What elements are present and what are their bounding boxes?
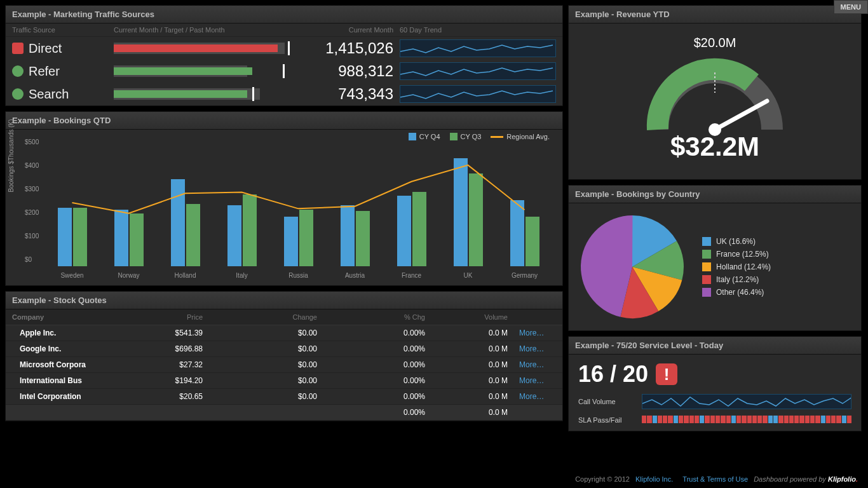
sla-tick bbox=[747, 416, 752, 423]
more-link[interactable]: More… bbox=[519, 360, 544, 369]
sla-tick bbox=[689, 416, 694, 423]
stock-row: Apple Inc. $541.39 $0.00 0.00% 0.0 M Mor… bbox=[6, 325, 562, 341]
trend-spark bbox=[400, 85, 556, 103]
stock-pct: 0.00% bbox=[317, 376, 425, 385]
stock-row: International Bus $194.20 $0.00 0.00% 0.… bbox=[6, 373, 562, 389]
traffic-source: Refer bbox=[12, 64, 114, 79]
sla-ratio: 16 / 20 bbox=[578, 361, 648, 388]
pie-legend-item: Holland (12.4%) bbox=[702, 262, 855, 271]
bar-group: UK bbox=[449, 149, 487, 266]
bar-cyq3 bbox=[243, 194, 257, 266]
col-header: Price bbox=[126, 313, 203, 321]
x-tick: Italy bbox=[236, 272, 247, 279]
sla-tick bbox=[752, 416, 757, 423]
sla-tick bbox=[831, 416, 836, 423]
sla-tick bbox=[647, 416, 651, 423]
more-link[interactable]: More… bbox=[519, 376, 544, 385]
sla-tick bbox=[784, 416, 789, 423]
legend-swatch bbox=[409, 133, 416, 140]
sla-tick bbox=[642, 416, 646, 423]
bullet-chart bbox=[114, 65, 292, 77]
x-tick: Norway bbox=[118, 272, 140, 279]
bar-cyq3 bbox=[412, 192, 426, 266]
x-tick: Sweden bbox=[60, 272, 83, 279]
stock-pct: 0.00% bbox=[317, 392, 425, 401]
sla-tick bbox=[705, 416, 709, 423]
pie-legend-item: UK (16.6%) bbox=[702, 237, 855, 246]
pie-legend-item: Other (46.4%) bbox=[702, 288, 855, 297]
stock-volume: 0.0 M bbox=[425, 376, 508, 385]
bar-group: Italy bbox=[223, 149, 261, 266]
company-name: International Bus bbox=[12, 376, 126, 385]
stock-price: $696.88 bbox=[126, 344, 203, 353]
stock-change: $0.00 bbox=[203, 344, 317, 353]
col-header: % Chg bbox=[317, 313, 425, 321]
legend-label: CY Q3 bbox=[461, 133, 482, 140]
company-name: Google Inc. bbox=[12, 344, 126, 353]
legend-label: France (12.5%) bbox=[716, 250, 769, 259]
traffic-sources-widget: Example - Marketing Traffic Sources Traf… bbox=[5, 5, 563, 106]
stock-change: $0.00 bbox=[203, 376, 317, 385]
footer: Copyright © 2012 Klipfolio Inc. Trust & … bbox=[575, 475, 858, 483]
footer-link-company[interactable]: Klipfolio Inc. bbox=[635, 475, 673, 483]
copyright-text: Copyright © 2012 bbox=[575, 475, 630, 483]
menu-button[interactable]: MENU bbox=[834, 0, 868, 14]
footer-link-terms[interactable]: Trust & Terms of Use bbox=[682, 475, 748, 483]
bar-cyq3 bbox=[130, 214, 144, 266]
revenue-ytd-widget: Example - Revenue YTD $20.0M $32.2M bbox=[568, 5, 862, 180]
stock-price: $541.39 bbox=[126, 329, 203, 337]
sla-tick bbox=[710, 416, 715, 423]
legend-line bbox=[491, 136, 503, 138]
y-tick: $500 bbox=[25, 139, 39, 146]
bar-group: Austria bbox=[336, 149, 374, 266]
bookings-qtd-widget: Example - Bookings QTD CY Q4 CY Q3 Regio… bbox=[5, 111, 563, 286]
sla-tick bbox=[821, 416, 825, 423]
bar-cyq4 bbox=[58, 208, 72, 267]
bar-group: Germany bbox=[506, 149, 544, 266]
pie-legend: UK (16.6%)France (12.5%)Holland (12.4%)I… bbox=[689, 233, 855, 301]
col-header: Change bbox=[203, 313, 317, 321]
more-link[interactable]: More… bbox=[519, 344, 544, 353]
sla-tick bbox=[700, 416, 704, 423]
legend-label: Italy (12.2%) bbox=[716, 275, 759, 284]
summary-vol: 0.0 M bbox=[425, 408, 508, 417]
stock-volume: 0.0 M bbox=[425, 360, 508, 369]
legend-label: CY Q4 bbox=[419, 133, 440, 140]
stock-volume: 0.0 M bbox=[425, 329, 508, 337]
sla-tick bbox=[736, 416, 741, 423]
pie-legend-item: France (12.5%) bbox=[702, 250, 855, 259]
more-link[interactable]: More… bbox=[519, 392, 544, 401]
widget-title: Example - Bookings QTD bbox=[6, 112, 562, 130]
more-link[interactable]: More… bbox=[519, 329, 544, 337]
traffic-headers: Traffic Source Current Month / Target / … bbox=[6, 24, 562, 37]
sla-tick bbox=[826, 416, 831, 423]
sla-tick bbox=[663, 416, 667, 423]
legend-swatch bbox=[702, 250, 711, 259]
sla-tick bbox=[679, 416, 683, 423]
widget-title: Example - Stock Quotes bbox=[6, 292, 562, 309]
stock-quotes-widget: Example - Stock Quotes Company Price Cha… bbox=[5, 291, 563, 421]
chart-legend: CY Q4 CY Q3 Regional Avg. bbox=[409, 133, 550, 140]
gauge-value: $32.2M bbox=[569, 132, 861, 162]
stock-summary-row: 0.00% 0.0 M bbox=[6, 405, 562, 421]
source-label: Refer bbox=[29, 64, 60, 79]
stock-change: $0.00 bbox=[203, 329, 317, 337]
bar-cyq3 bbox=[526, 217, 539, 266]
stock-row: Google Inc. $696.88 $0.00 0.00% 0.0 M Mo… bbox=[6, 341, 562, 357]
col-header: Current Month / Target / Past Month bbox=[114, 26, 292, 34]
pie-chart bbox=[575, 210, 689, 324]
powered-by-text: Dashboard powered by bbox=[754, 475, 826, 483]
bar-cyq4 bbox=[397, 196, 411, 266]
company-name: Apple Inc. bbox=[12, 329, 126, 337]
traffic-row: Refer 988,312 bbox=[6, 60, 562, 83]
sla-tick bbox=[684, 416, 688, 423]
sla-tick bbox=[805, 416, 810, 423]
y-tick: $200 bbox=[25, 209, 39, 216]
stock-volume: 0.0 M bbox=[425, 392, 508, 401]
bar-group: Norway bbox=[110, 149, 148, 266]
x-tick: UK bbox=[464, 272, 473, 279]
traffic-source: Direct bbox=[12, 41, 114, 56]
trend-spark bbox=[400, 62, 556, 80]
sla-tick bbox=[653, 416, 657, 423]
bar-cyq4 bbox=[284, 217, 298, 266]
